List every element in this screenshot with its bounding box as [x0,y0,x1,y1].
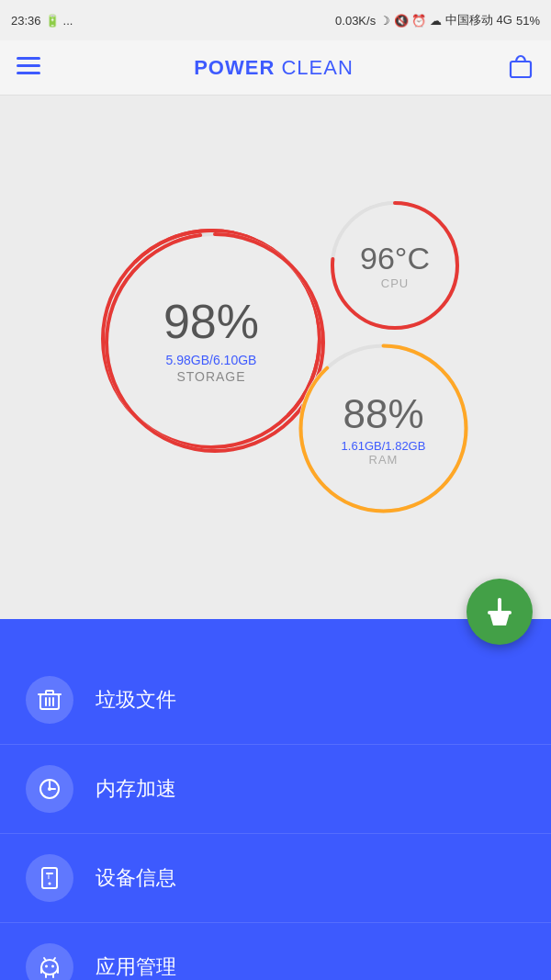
menu-item-device[interactable]: i 设备信息 [0,834,551,923]
svg-point-5 [107,234,323,451]
device-icon-circle: i [26,854,73,902]
menu-item-memory[interactable]: 内存加速 [0,745,551,834]
svg-rect-3 [511,62,531,77]
svg-point-9 [301,346,467,512]
menu-label-device: 设备信息 [96,864,176,892]
svg-point-24 [49,883,51,885]
circles-container: 98% 5.98GB/6.10GB STORAGE 96°C CPU 88% 1… [83,174,468,541]
svg-rect-23 [42,868,57,888]
apps-icon-circle [26,943,73,980]
svg-point-22 [48,787,51,791]
storage-circle[interactable]: 98% 5.98GB/6.10GB STORAGE [101,229,321,449]
svg-line-31 [53,958,55,961]
ram-circle[interactable]: 88% 1.61GB/1.82GB RAM [298,344,468,513]
main-area: 98% 5.98GB/6.10GB STORAGE 96°C CPU 88% 1… [0,96,551,619]
top-nav: POWER CLEAN [0,40,551,96]
svg-rect-15 [46,691,53,694]
memory-icon [38,777,62,801]
status-right: 0.03K/s ☽ 🔇 ⏰ ☁ 中国移动 4G 51% [335,12,540,28]
status-icon-app: 🔋 [45,14,60,28]
status-network: 0.03K/s [335,14,376,28]
cpu-circle[interactable]: 96°C CPU [331,201,459,330]
memory-icon-circle [26,765,73,813]
status-dots: ... [63,14,73,28]
hamburger-menu[interactable] [17,57,40,79]
trash-icon-circle [26,676,73,724]
status-carrier: 中国移动 4G [445,12,512,28]
svg-rect-12 [488,611,512,614]
status-time: 23:36 [11,14,41,28]
svg-rect-0 [17,57,40,60]
svg-rect-1 [17,64,40,67]
status-bar: 23:36 🔋 ... 0.03K/s ☽ 🔇 ⏰ ☁ 中国移动 4G 51% [0,0,551,40]
menu-item-apps[interactable]: 应用管理 [0,923,551,980]
menu-label-memory: 内存加速 [96,775,176,803]
svg-rect-10 [498,598,501,613]
shop-icon[interactable] [507,52,534,84]
status-battery: 51% [516,14,540,28]
trash-icon [38,688,62,712]
clean-button[interactable] [467,579,533,645]
app-title: POWER CLEAN [194,56,354,80]
bottom-menu: 垃圾文件 内存加速 i 设备信息 [0,619,551,980]
svg-point-27 [41,960,58,974]
svg-line-30 [44,958,46,961]
svg-rect-2 [17,72,40,74]
menu-label-apps: 应用管理 [96,953,176,980]
svg-point-29 [51,965,54,968]
menu-item-trash[interactable]: 垃圾文件 [0,656,551,745]
svg-text:i: i [48,873,50,880]
apps-icon [38,955,62,979]
svg-point-28 [45,965,48,968]
status-left: 23:36 🔋 ... [11,14,73,28]
menu-label-trash: 垃圾文件 [96,686,176,714]
status-icons: ☽ 🔇 ⏰ ☁ [379,14,442,28]
svg-marker-11 [489,613,510,625]
device-icon: i [38,866,62,890]
